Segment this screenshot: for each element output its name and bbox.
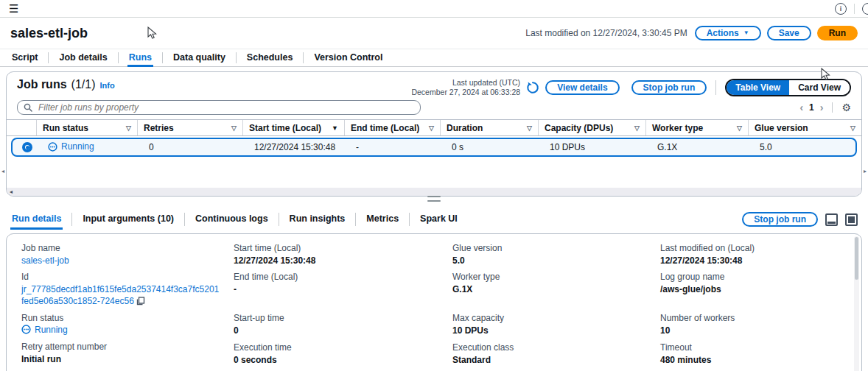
info-link[interactable]: Info xyxy=(99,81,114,90)
filter-input[interactable] xyxy=(37,102,414,113)
tab-spark-ui[interactable]: Spark UI xyxy=(419,210,459,230)
col-glue-version: Glue version xyxy=(755,123,808,133)
tab-run-insights[interactable]: Run insights xyxy=(288,210,347,230)
filter-funnel-icon[interactable]: ▽ xyxy=(231,124,237,132)
panel-bottom-icon[interactable] xyxy=(825,213,838,226)
status-badge[interactable]: Running xyxy=(48,141,94,152)
field-value: Standard xyxy=(452,354,647,366)
last-modified-text: Last modified on 12/27/2024, 3:30:45 PM xyxy=(525,28,687,38)
vertical-scrollbar[interactable] xyxy=(854,236,859,371)
pagination-divider xyxy=(832,102,833,113)
table-header-row: Run status▽ Retries▽ Start time (Local)▼… xyxy=(7,120,861,136)
col-worker-type: Worker type xyxy=(652,123,703,133)
pagination-prev[interactable]: ‹ xyxy=(799,102,803,113)
field-value: 10 xyxy=(660,325,833,336)
tab-job-details[interactable]: Job details xyxy=(57,49,108,67)
table-row[interactable]: Running 0 12/27/2024 15:30:48 - 0 s 10 D… xyxy=(11,138,857,157)
filter-funnel-icon[interactable]: ▽ xyxy=(737,124,742,132)
cell-start-time: 12/27/2024 15:30:48 xyxy=(248,142,350,152)
cell-worker-type: G.1X xyxy=(651,142,754,152)
tab-run-details[interactable]: Run details xyxy=(10,210,63,230)
field-label: Id xyxy=(21,272,220,282)
tab-schedules[interactable]: Schedules xyxy=(245,49,295,67)
view-details-label: View details xyxy=(557,82,607,93)
filter-funnel-icon[interactable]: ▽ xyxy=(429,124,434,132)
row-radio-selected[interactable] xyxy=(22,142,32,152)
stop-job-run-button[interactable]: Stop job run xyxy=(631,80,707,95)
panel-maximize-icon[interactable] xyxy=(845,213,858,226)
filter-funnel-icon[interactable]: ▽ xyxy=(527,124,532,132)
run-id-link[interactable]: jr_77785decdf1ab1f615fe5da2537414f3ca7fc… xyxy=(21,284,219,306)
tab-data-quality[interactable]: Data quality xyxy=(172,49,227,67)
job-runs-title: Job runs xyxy=(17,78,67,91)
details-column-3: Glue version 5.0 Worker type G.1X Max ca… xyxy=(452,243,660,371)
last-updated-text: Last updated (UTC) December 27, 2024 at … xyxy=(411,78,520,97)
field-label: Last modified on (Local) xyxy=(660,243,833,253)
field-value: /aws-glue/jobs xyxy=(660,283,833,295)
run-button[interactable]: Run xyxy=(817,26,858,40)
tab-version-control[interactable]: Version Control xyxy=(312,49,384,67)
page-title: sales-etl-job xyxy=(10,26,88,41)
overflow-right-icon: ▸ xyxy=(864,168,867,174)
tab-continuous-logs[interactable]: Continuous logs xyxy=(194,210,270,230)
tab-input-arguments[interactable]: Input arguments (10) xyxy=(81,210,175,230)
col-retries: Retries xyxy=(144,123,174,133)
job-runs-count: (1/1) xyxy=(71,78,96,91)
refresh-icon xyxy=(526,81,539,94)
cell-duration: 0 s xyxy=(446,142,544,152)
hamburger-menu-icon[interactable]: ☰ xyxy=(9,3,18,14)
stop-job-run-label: Stop job run xyxy=(643,82,696,93)
refresh-button[interactable] xyxy=(526,81,539,94)
info-icon[interactable]: i xyxy=(835,3,847,15)
save-button-label: Save xyxy=(779,28,799,38)
stop-job-run-label: Stop job run xyxy=(754,214,806,225)
actions-button[interactable]: Actions ▼ xyxy=(695,26,761,40)
card-view-toggle[interactable]: Card View xyxy=(789,80,850,95)
sort-desc-icon[interactable]: ▼ xyxy=(332,124,338,132)
pagination-next[interactable]: › xyxy=(820,102,824,113)
field-label: Job name xyxy=(21,243,220,253)
col-capacity: Capacity (DPUs) xyxy=(545,123,613,133)
save-button[interactable]: Save xyxy=(767,26,811,40)
table-view-toggle[interactable]: Table View xyxy=(727,80,789,95)
filter-funnel-icon[interactable]: ▽ xyxy=(126,124,131,132)
field-value: 0 xyxy=(234,325,439,336)
cell-end-time: - xyxy=(350,142,446,152)
field-label: Retry attempt number xyxy=(21,342,220,352)
pagination-page-1[interactable]: 1 xyxy=(809,102,814,113)
toolbar-divider xyxy=(715,80,716,95)
filter-funnel-icon[interactable]: ▽ xyxy=(850,124,855,132)
field-label: Run status xyxy=(21,313,220,323)
field-value: 480 minutes xyxy=(660,354,833,366)
tab-runs[interactable]: Runs xyxy=(127,49,153,67)
cell-retries: 0 xyxy=(143,142,248,152)
field-label: Start time (Local) xyxy=(234,243,439,253)
tab-script[interactable]: Script xyxy=(10,49,39,67)
field-label: Glue version xyxy=(452,243,647,253)
panel-resize-handle[interactable] xyxy=(427,196,441,202)
select-column-header xyxy=(7,120,36,135)
preferences-gear-icon[interactable]: ⚙ xyxy=(841,102,851,113)
col-run-status: Run status xyxy=(43,123,88,133)
field-label: Max capacity xyxy=(452,313,647,323)
stop-job-run-button-bottom[interactable]: Stop job run xyxy=(742,212,818,227)
running-status-icon xyxy=(21,325,31,334)
details-column-1: Job name sales-etl-job Id jr_77785decdf1… xyxy=(21,243,234,371)
horizontal-scrollbar[interactable]: ◂ xyxy=(7,188,861,196)
tab-metrics[interactable]: Metrics xyxy=(365,210,400,230)
col-start-time: Start time (Local) xyxy=(249,123,321,133)
filter-funnel-icon[interactable]: ▽ xyxy=(634,124,640,132)
field-label: Number of workers xyxy=(660,313,833,323)
copy-icon[interactable] xyxy=(136,297,145,305)
run-button-label: Run xyxy=(829,28,846,38)
col-duration: Duration xyxy=(447,123,483,133)
job-runs-panel: Job runs (1/1) Info Last updated (UTC) D… xyxy=(6,71,862,197)
run-details-tabs: Run details Input arguments (10) Continu… xyxy=(0,210,868,229)
view-details-button[interactable]: View details xyxy=(545,80,619,95)
job-name-link[interactable]: sales-etl-job xyxy=(21,255,220,266)
field-label: Execution class xyxy=(452,342,647,353)
scroll-left-icon[interactable]: ◂ xyxy=(10,189,13,195)
details-column-4: Last modified on (Local) 12/27/2024 15:3… xyxy=(660,243,847,371)
notifications-icon[interactable] xyxy=(862,3,868,15)
running-status-icon xyxy=(48,142,57,152)
